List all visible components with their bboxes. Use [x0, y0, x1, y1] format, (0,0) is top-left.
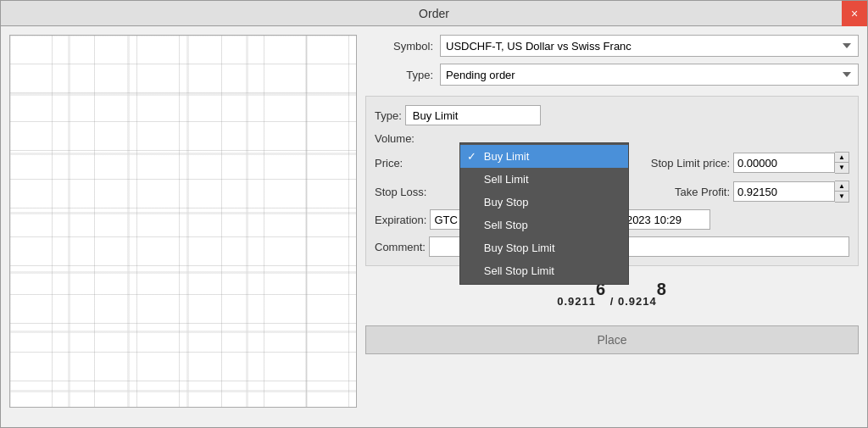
checkmark-icon: ✓ [467, 150, 476, 163]
chart-grid [10, 36, 356, 407]
type-sub-select[interactable]: Buy Limit [405, 105, 541, 125]
dropdown-item-buy-stop[interactable]: Buy Stop [460, 191, 628, 214]
type-dropdown-container: Buy Limit ✓ Buy Limit Sell Limit [405, 105, 541, 125]
comment-label: Comment: [375, 241, 426, 253]
dropdown-item-label: Sell Stop [484, 219, 528, 231]
type-sub-label: Type: [375, 109, 402, 122]
take-profit-down-button[interactable]: ▼ [835, 192, 849, 202]
bid-price-main: 0.9211 [557, 295, 596, 308]
stop-limit-section: Stop Limit price: ▲ ▼ [651, 152, 849, 174]
symbol-label: Symbol: [365, 40, 433, 53]
ask-price-main: 0.9214 [618, 295, 657, 308]
dropdown-item-label: Sell Stop Limit [484, 264, 554, 277]
dropdown-item-sell-stop-limit[interactable]: Sell Stop Limit [460, 259, 628, 282]
price-label: Price: [375, 157, 403, 170]
type-dropdown-menu: ✓ Buy Limit Sell Limit Buy Stop Sell Sto… [459, 142, 629, 285]
type-sub-row: Type: Buy Limit ✓ Buy Limit S [375, 105, 849, 125]
symbol-select[interactable]: USDCHF-T, US Dollar vs Swiss Franc [440, 35, 859, 57]
order-type-label: Type: [365, 69, 433, 81]
stop-limit-down-button[interactable]: ▼ [835, 163, 849, 173]
order-window: Order × Symbol: USDCHF-T, US Dollar vs S… [0, 0, 868, 428]
take-profit-input[interactable] [733, 181, 835, 202]
expiration-label: Expiration: [375, 214, 426, 226]
chart-area [9, 35, 357, 408]
dropdown-item-label: Buy Stop Limit [484, 242, 555, 254]
ask-price-small: 8 [657, 280, 667, 298]
chart-grid-dashed [10, 36, 356, 407]
order-type-row: Type: Pending order [365, 64, 859, 86]
price-separator: / [606, 295, 618, 308]
place-button[interactable]: Place [365, 325, 859, 354]
symbol-row: Symbol: USDCHF-T, US Dollar vs Swiss Fra… [365, 35, 859, 57]
order-type-select[interactable]: Pending order [440, 64, 859, 86]
stop-loss-section: Stop Loss: [375, 186, 426, 198]
stop-loss-label: Stop Loss: [375, 186, 426, 198]
window-title: Order [419, 7, 449, 20]
price-section: Price: [375, 157, 403, 170]
dropdown-item-sell-limit[interactable]: Sell Limit [460, 168, 628, 191]
stop-limit-up-button[interactable]: ▲ [835, 153, 849, 163]
right-panel: Symbol: USDCHF-T, US Dollar vs Swiss Fra… [365, 35, 859, 419]
dropdown-item-label: Buy Stop [484, 196, 529, 208]
volume-label: Volume: [375, 132, 415, 145]
stop-limit-input-wrap: ▲ ▼ [733, 152, 849, 174]
type-sub-value: Buy Limit [413, 109, 458, 122]
take-profit-label: Take Profit: [675, 186, 730, 198]
dropdown-item-label: Buy Limit [484, 150, 529, 163]
take-profit-section: Take Profit: ▲ ▼ [675, 181, 849, 203]
dropdown-item-sell-stop[interactable]: Sell Stop [460, 214, 628, 236]
dropdown-item-label: Sell Limit [484, 173, 529, 186]
stop-limit-spinner: ▲ ▼ [835, 152, 849, 174]
take-profit-up-button[interactable]: ▲ [835, 181, 849, 192]
main-content: Symbol: USDCHF-T, US Dollar vs Swiss Fra… [1, 26, 867, 427]
dropdown-item-buy-limit[interactable]: ✓ Buy Limit [460, 145, 628, 168]
close-button[interactable]: × [842, 1, 867, 26]
dropdown-item-buy-stop-limit[interactable]: Buy Stop Limit [460, 236, 628, 259]
stop-limit-input[interactable] [733, 153, 835, 173]
fields-section: Type: Buy Limit ✓ Buy Limit S [365, 96, 859, 266]
titlebar: Order × [1, 1, 867, 26]
take-profit-spinner: ▲ ▼ [835, 181, 849, 203]
stop-limit-label: Stop Limit price: [651, 157, 730, 170]
take-profit-input-wrap: ▲ ▼ [733, 181, 849, 203]
